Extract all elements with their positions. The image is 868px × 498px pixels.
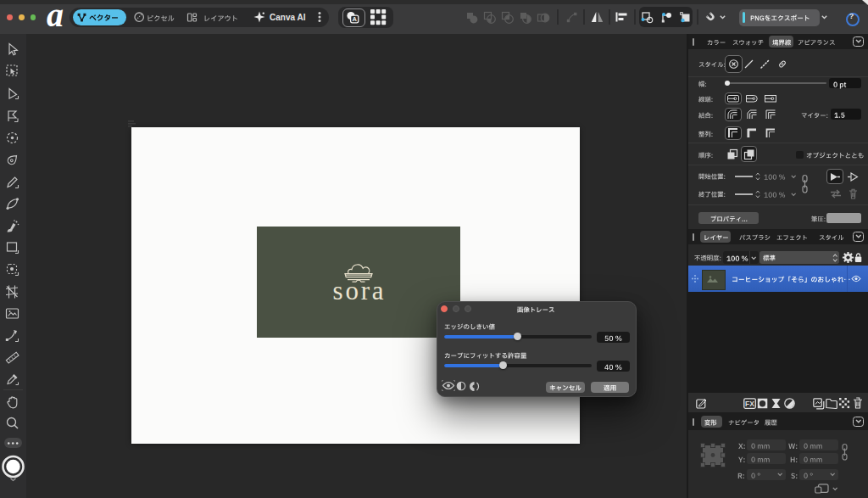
- svg-text:A: A: [352, 15, 357, 23]
- svg-text:FX: FX: [745, 400, 754, 408]
